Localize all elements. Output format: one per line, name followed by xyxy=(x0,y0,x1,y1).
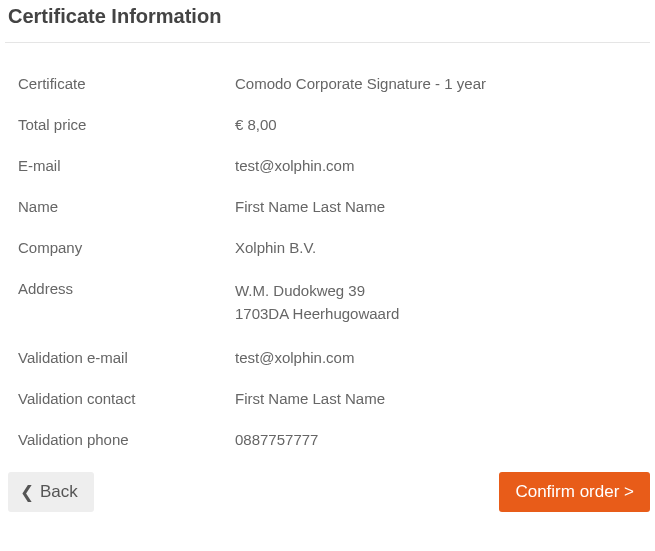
label-name: Name xyxy=(0,198,235,215)
row-name: Name First Name Last Name xyxy=(0,186,655,227)
label-certificate: Certificate xyxy=(0,75,235,92)
row-validation-contact: Validation contact First Name Last Name xyxy=(0,378,655,419)
row-email: E-mail test@xolphin.com xyxy=(0,145,655,186)
value-validation-phone: 0887757777 xyxy=(235,431,655,448)
label-validation-email: Validation e-mail xyxy=(0,349,235,366)
label-validation-contact: Validation contact xyxy=(0,390,235,407)
value-email: test@xolphin.com xyxy=(235,157,655,174)
value-validation-contact: First Name Last Name xyxy=(235,390,655,407)
row-certificate: Certificate Comodo Corporate Signature -… xyxy=(0,63,655,104)
label-total-price: Total price xyxy=(0,116,235,133)
value-address-line2: 1703DA Heerhugowaard xyxy=(235,303,655,326)
label-company: Company xyxy=(0,239,235,256)
certificate-info-block: Certificate Comodo Corporate Signature -… xyxy=(0,43,655,472)
label-address: Address xyxy=(0,280,235,325)
value-validation-email: test@xolphin.com xyxy=(235,349,655,366)
back-button[interactable]: ❮ Back xyxy=(8,472,94,512)
value-address: W.M. Dudokweg 39 1703DA Heerhugowaard xyxy=(235,280,655,325)
row-company: Company Xolphin B.V. xyxy=(0,227,655,268)
chevron-left-icon: ❮ xyxy=(20,484,34,501)
confirm-order-button[interactable]: Confirm order > xyxy=(499,472,650,512)
row-address: Address W.M. Dudokweg 39 1703DA Heerhugo… xyxy=(0,268,655,337)
row-validation-phone: Validation phone 0887757777 xyxy=(0,419,655,460)
value-address-line1: W.M. Dudokweg 39 xyxy=(235,280,655,303)
label-email: E-mail xyxy=(0,157,235,174)
value-company: Xolphin B.V. xyxy=(235,239,655,256)
value-certificate: Comodo Corporate Signature - 1 year xyxy=(235,75,655,92)
value-name: First Name Last Name xyxy=(235,198,655,215)
back-button-label: Back xyxy=(40,482,78,502)
row-total-price: Total price € 8,00 xyxy=(0,104,655,145)
value-total-price: € 8,00 xyxy=(235,116,655,133)
page-title: Certificate Information xyxy=(0,0,655,42)
label-validation-phone: Validation phone xyxy=(0,431,235,448)
row-validation-email: Validation e-mail test@xolphin.com xyxy=(0,337,655,378)
button-row: ❮ Back Confirm order > xyxy=(0,472,655,512)
